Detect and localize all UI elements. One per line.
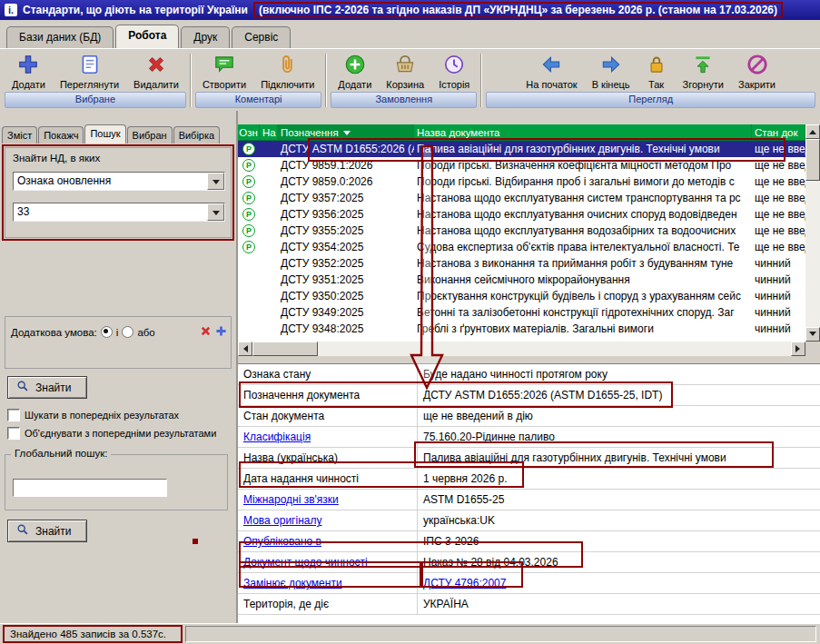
scroll-up-icon[interactable] [805, 124, 820, 139]
view-tak-button[interactable]: Так [638, 50, 675, 91]
table-body: РДСТУ ASTM D1655:2026 (ASTM D1655-25, ID… [238, 141, 805, 342]
table-row[interactable]: ДСТУ 9351:2025Виконання сейсмічного мікр… [238, 272, 805, 288]
status-pending-icon: Р [242, 175, 255, 188]
status-pending-icon: Р [242, 208, 255, 221]
scroll-right-icon[interactable] [791, 342, 805, 356]
view-collapse-button[interactable]: Згорнути [677, 50, 730, 91]
column-header-status[interactable]: Стан док [752, 124, 805, 141]
comments-attach-button[interactable]: Підключити [254, 50, 321, 91]
table-row[interactable]: РДСТУ 9356:2025Настанова щодо експлуатув… [238, 206, 805, 223]
results-table: Озн На Позначення Назва документа Стан д… [238, 124, 820, 356]
toolbar-group-label-orders: Замовлення [331, 92, 477, 108]
detail-label[interactable]: Класифікація [243, 431, 311, 443]
table-row[interactable]: РДСТУ ASTM D1655:2026 (ASTM D1655-25, ID… [238, 141, 805, 157]
sidebar-tab-content[interactable]: Зміст [2, 126, 37, 144]
column-header-document-name[interactable]: Назва документа [414, 124, 752, 141]
radio-or[interactable] [122, 326, 133, 338]
arrow-left-icon [539, 53, 563, 78]
table-row[interactable]: ДСТУ 9350:2025Проєктування конструкцій б… [238, 288, 805, 304]
sidebar-tab-favorites[interactable]: Вибран [127, 126, 173, 144]
remove-condition-icon[interactable] [200, 325, 212, 339]
scroll-down-icon[interactable] [805, 327, 820, 342]
vertical-scroll-thumb[interactable] [805, 139, 820, 181]
table-row[interactable]: РДСТУ 9859.0:2026Породи гірські. Відбира… [238, 173, 805, 190]
tab-print[interactable]: Друк [181, 26, 230, 48]
favorites-view-button[interactable]: Переглянути [54, 50, 125, 91]
merge-previous-checkbox[interactable] [7, 427, 20, 440]
detail-label[interactable]: Замінює документи [243, 577, 342, 590]
add-condition-icon[interactable] [215, 325, 227, 339]
additional-condition-group: Додаткова умова: і або [5, 316, 232, 369]
toolbar-separator [190, 54, 192, 107]
close-icon [746, 53, 769, 78]
detail-row: Міжнародні зв'язки ASTM D1655-25 [238, 490, 820, 510]
global-find-button[interactable]: Знайти [7, 520, 87, 542]
column-header-designation[interactable]: Позначення [278, 124, 414, 141]
value-combobox[interactable]: 33 [13, 203, 225, 222]
sort-descending-icon [343, 131, 351, 139]
tab-work[interactable]: Робота [115, 25, 179, 48]
find-button[interactable]: Знайти [7, 376, 87, 399]
detail-row: Ознака стану Буде надано чинності протяг… [238, 364, 820, 385]
toolbar-separator [325, 54, 327, 107]
search-criteria-group: Знайти НД, в яких Ознака оновлення 33 [5, 147, 232, 238]
favorites-add-button[interactable]: Додати [5, 50, 52, 91]
detail-row: Мова оригіналу українська:UK [238, 510, 820, 531]
tab-service[interactable]: Сервіс [232, 26, 291, 48]
horizontal-scroll-thumb[interactable] [252, 342, 318, 356]
detail-row: Назва (українська) Палива авіаційні для … [238, 448, 820, 469]
titlebar: і. Стандарти, що діють на території Укра… [0, 0, 820, 20]
global-search-group: Глобальний пошук: [5, 454, 228, 510]
column-header-na[interactable]: На [260, 124, 278, 141]
sidebar-tab-search[interactable]: Пошук [84, 124, 125, 144]
table-vertical-scrollbar[interactable] [805, 124, 820, 342]
radio-and[interactable] [101, 326, 113, 338]
table-row[interactable]: ДСТУ 9348:2025Греблі з ґрунтових матеріа… [238, 321, 805, 337]
orders-add-button[interactable]: Додати [331, 50, 378, 91]
detail-label[interactable]: Мова оригіналу [243, 514, 321, 527]
status-pending-icon: Р [242, 224, 255, 237]
detail-row: Дата надання чинності 1 червня 2026 р. [238, 469, 820, 490]
view-last-button[interactable]: В кінець [586, 50, 637, 91]
detail-label[interactable]: Документ щодо чинності [243, 556, 368, 569]
merge-previous-checkbox-row: Об'єднувати з попередніми результатами [7, 427, 236, 440]
table-row[interactable]: РДСТУ 9357:2025Настанова щодо експлуатув… [238, 190, 805, 206]
detail-value: українська:UK [423, 514, 495, 527]
toolbar-group-comments: Створити Підключити Коментарі [193, 50, 324, 111]
table-row[interactable]: РДСТУ 9354:2025Судова експертиза об'єкті… [238, 239, 805, 255]
table-row[interactable]: РДСТУ 9355:2025Настанова щодо експлуатув… [238, 223, 805, 239]
detail-value: 75.160.20-Рідинне паливо [423, 431, 555, 443]
arrow-right-icon [599, 53, 623, 78]
sidebar-tab-selection[interactable]: Вибірка [173, 126, 221, 144]
global-search-input[interactable] [13, 479, 167, 497]
orders-basket-button[interactable]: Корзина [380, 50, 430, 91]
table-horizontal-scrollbar[interactable] [238, 342, 805, 356]
column-header-ozn[interactable]: Озн [238, 124, 260, 141]
combobox-dropdown-button[interactable] [207, 203, 224, 221]
status-empty-cell [185, 626, 816, 642]
favorites-delete-button[interactable]: Видалити [127, 50, 185, 91]
update-attribute-combobox[interactable]: Ознака оновлення [13, 172, 225, 191]
view-first-button[interactable]: На початок [519, 50, 583, 91]
detail-row: Стан документа ще не введений в дію [238, 406, 820, 427]
plus-icon [16, 53, 40, 78]
comments-create-button[interactable]: Створити [196, 50, 252, 91]
view-close-button[interactable]: Закрити [732, 50, 782, 91]
sidebar-tab-indexes[interactable]: Покажч [38, 126, 84, 144]
table-row[interactable]: РДСТУ 9859.1:2026Породи гірські. Визначе… [238, 157, 805, 173]
status-record-count: Знайдено 485 записів за 0.537с. [4, 626, 182, 642]
detail-label: Ознака стану [243, 368, 311, 381]
comment-icon [212, 53, 236, 78]
table-row[interactable]: ДСТУ 9352:2025Настанова з виконання та п… [238, 255, 805, 272]
tab-databases[interactable]: Бази даних (БД) [6, 26, 114, 48]
detail-value[interactable]: ДСТУ 4796:2007 [423, 577, 506, 590]
search-previous-checkbox[interactable] [7, 409, 20, 421]
table-row[interactable]: ДСТУ 9349:2025Бетонні та залізобетонні к… [238, 304, 805, 321]
menu-tab-bar: Бази даних (БД) Робота Друк Сервіс [0, 20, 820, 48]
detail-label[interactable]: Опубліковано в [243, 535, 321, 548]
detail-label[interactable]: Міжнародні зв'язки [243, 493, 339, 506]
scroll-left-icon[interactable] [238, 342, 252, 356]
detail-label: Назва (українська) [243, 451, 338, 464]
combobox-dropdown-button[interactable] [207, 173, 224, 190]
orders-history-button[interactable]: Історія [432, 50, 476, 91]
